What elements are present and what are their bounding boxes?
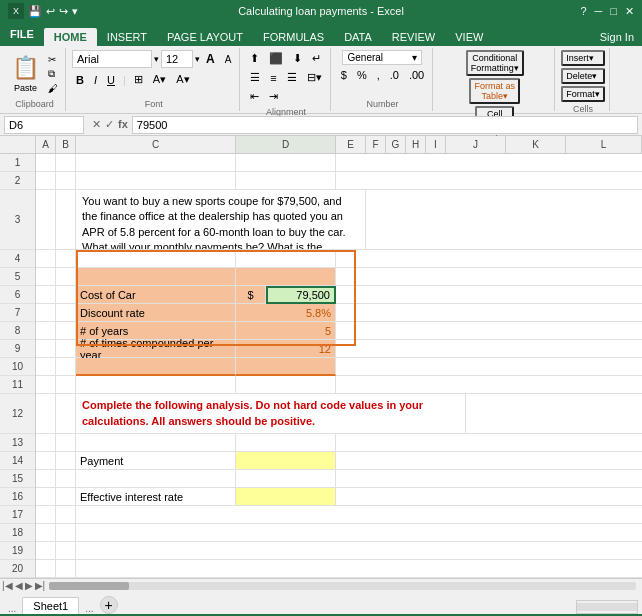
cell-c14[interactable]: Payment <box>76 452 236 470</box>
comma-button[interactable]: , <box>373 67 384 83</box>
col-header-g[interactable]: G <box>386 136 406 153</box>
row-num-3[interactable]: 3 <box>0 190 35 250</box>
qat-more[interactable]: ▾ <box>72 5 78 18</box>
cell-d7[interactable]: 5.8% <box>236 304 336 322</box>
v-scrollbar-track[interactable] <box>577 603 637 611</box>
cell-a13[interactable] <box>36 434 56 452</box>
tab-page-layout[interactable]: PAGE LAYOUT <box>157 28 253 46</box>
cell-b16[interactable] <box>56 488 76 506</box>
font-name-input[interactable] <box>72 50 152 68</box>
col-header-l[interactable]: L <box>566 136 642 153</box>
row-num-13[interactable]: 13 <box>0 434 35 452</box>
sheet-nav-next[interactable]: ▶ <box>25 580 33 591</box>
confirm-formula-icon[interactable]: ✓ <box>105 118 114 131</box>
conditional-formatting-button[interactable]: ConditionalFormatting▾ <box>466 50 524 76</box>
row-num-1[interactable]: 1 <box>0 154 35 172</box>
col-header-a[interactable]: A <box>36 136 56 153</box>
tab-insert[interactable]: INSERT <box>97 28 157 46</box>
cell-a14[interactable] <box>36 452 56 470</box>
row-num-18[interactable]: 18 <box>0 524 35 542</box>
cell-d8[interactable]: 5 <box>236 322 336 340</box>
max-btn[interactable]: □ <box>610 5 617 18</box>
middle-align-button[interactable]: ⬛ <box>265 50 287 67</box>
sheet-ellipsis-left[interactable]: ... <box>4 603 20 614</box>
cell-description[interactable]: You want to buy a new sports coupe for $… <box>76 190 366 250</box>
sheet-tab-1[interactable]: Sheet1 <box>22 597 79 614</box>
row-num-19[interactable]: 19 <box>0 542 35 560</box>
border-button[interactable]: ⊞ <box>130 71 147 88</box>
cell-b8[interactable] <box>56 322 76 340</box>
cell-c4[interactable] <box>76 250 236 268</box>
row-num-14[interactable]: 14 <box>0 452 35 470</box>
cell-c11[interactable] <box>76 376 236 394</box>
italic-button[interactable]: I <box>90 72 101 88</box>
row-num-9[interactable]: 9 <box>0 340 35 358</box>
row-num-15[interactable]: 15 <box>0 470 35 488</box>
col-header-i[interactable]: I <box>426 136 446 153</box>
col-header-h[interactable]: H <box>406 136 426 153</box>
increase-indent-button[interactable]: ⇥ <box>265 88 282 105</box>
cell-d15[interactable] <box>236 470 336 488</box>
fill-color-button[interactable]: A▾ <box>149 71 170 88</box>
cell-b14[interactable] <box>56 452 76 470</box>
cell-d11[interactable] <box>236 376 336 394</box>
cell-b19[interactable] <box>56 542 76 560</box>
cell-a18[interactable] <box>36 524 56 542</box>
col-header-d[interactable]: D <box>236 136 336 153</box>
cell-b7[interactable] <box>56 304 76 322</box>
format-painter-button[interactable]: 🖌 <box>45 82 61 95</box>
sheet-ellipsis-right[interactable]: ... <box>81 603 97 614</box>
col-header-f[interactable]: F <box>366 136 386 153</box>
cell-b15[interactable] <box>56 470 76 488</box>
font-size-dropdown[interactable]: ▾ <box>195 54 200 64</box>
tab-view[interactable]: VIEW <box>445 28 493 46</box>
sheet-nav-prev[interactable]: ◀ <box>15 580 23 591</box>
cell-a9[interactable] <box>36 340 56 358</box>
row-num-7[interactable]: 7 <box>0 304 35 322</box>
format-cells-button[interactable]: Format▾ <box>561 86 605 102</box>
cell-a1[interactable] <box>36 154 56 172</box>
cell-d1[interactable] <box>236 154 336 172</box>
font-grow-button[interactable]: A <box>202 50 219 68</box>
cell-a3[interactable] <box>36 190 56 250</box>
cell-b1[interactable] <box>56 154 76 172</box>
format-as-table-button[interactable]: Format asTable▾ <box>469 78 520 104</box>
cell-a20[interactable] <box>36 560 56 578</box>
font-shrink-button[interactable]: A <box>221 52 236 67</box>
cell-d13[interactable] <box>236 434 336 452</box>
cell-a5[interactable] <box>36 268 56 286</box>
cell-b5[interactable] <box>56 268 76 286</box>
paste-button[interactable]: 📋 Paste <box>8 53 43 95</box>
decrease-indent-button[interactable]: ⇤ <box>246 88 263 105</box>
row-num-16[interactable]: 16 <box>0 488 35 506</box>
sheet-nav-last[interactable]: ▶| <box>35 580 46 591</box>
min-btn[interactable]: ─ <box>595 5 603 18</box>
h-scrollbar-thumb[interactable] <box>49 582 129 590</box>
cell-c15[interactable] <box>76 470 236 488</box>
wrap-text-button[interactable]: ↵ <box>308 50 325 67</box>
tab-data[interactable]: DATA <box>334 28 382 46</box>
cell-b18[interactable] <box>56 524 76 542</box>
cell-a6[interactable] <box>36 286 56 304</box>
cell-b4[interactable] <box>56 250 76 268</box>
font-color-button[interactable]: A▾ <box>172 71 193 88</box>
row-num-10[interactable]: 10 <box>0 358 35 376</box>
h-scrollbar-track[interactable] <box>49 582 636 590</box>
row-num-20[interactable]: 20 <box>0 560 35 578</box>
cell-b6[interactable] <box>56 286 76 304</box>
insert-cells-button[interactable]: Insert▾ <box>561 50 605 66</box>
cell-c13[interactable] <box>76 434 236 452</box>
row-num-8[interactable]: 8 <box>0 322 35 340</box>
cell-d14[interactable] <box>236 452 336 470</box>
cell-a8[interactable] <box>36 322 56 340</box>
right-align-button[interactable]: ☰ <box>283 69 301 86</box>
cell-c2[interactable] <box>76 172 236 190</box>
bold-button[interactable]: B <box>72 72 88 88</box>
percent-button[interactable]: % <box>353 67 371 83</box>
col-header-e[interactable]: E <box>336 136 366 153</box>
qat-save[interactable]: 💾 <box>28 5 42 18</box>
cell-a16[interactable] <box>36 488 56 506</box>
cell-b9[interactable] <box>56 340 76 358</box>
close-btn[interactable]: ✕ <box>625 5 634 18</box>
tab-home[interactable]: HOME <box>44 28 97 46</box>
